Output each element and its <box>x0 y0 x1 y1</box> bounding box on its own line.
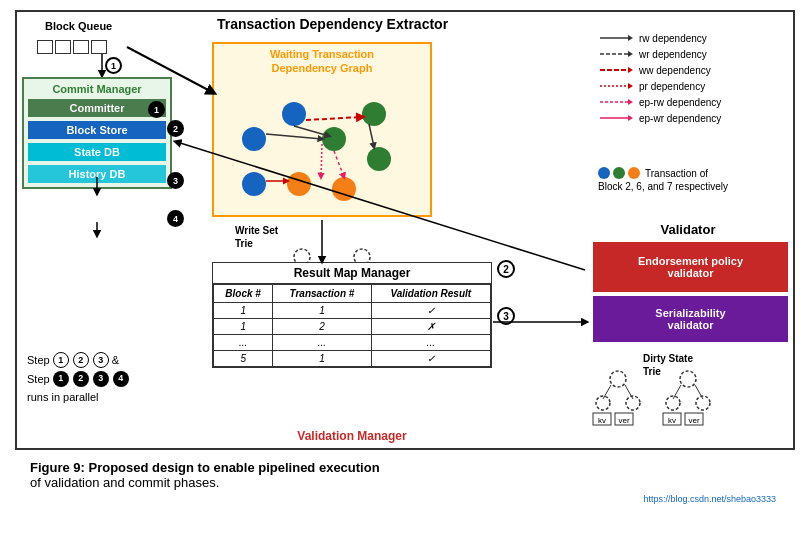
svg-line-12 <box>334 151 344 177</box>
legend-ww: ww dependency <box>598 64 788 76</box>
wtdg-title: Waiting Transaction Dependency Graph <box>214 44 430 79</box>
table-row: ... ... ... <box>214 335 491 351</box>
badge-1-filled: 1 <box>148 101 165 118</box>
svg-point-3 <box>282 102 306 126</box>
bq-box-1 <box>37 40 53 54</box>
commit-manager-label: Commit Manager <box>28 83 166 95</box>
bq-box-4 <box>91 40 107 54</box>
step-badge-2-val: 2 <box>497 260 515 278</box>
svg-marker-41 <box>628 115 633 121</box>
svg-point-8 <box>332 177 356 201</box>
watermark: https://blog.csdn.net/shebao3333 <box>15 494 791 504</box>
bq-box-3 <box>73 40 89 54</box>
svg-marker-33 <box>628 51 633 57</box>
table-row: 1 1 ✓ <box>214 303 491 319</box>
legend-box: rw dependency wr dependency ww dependenc… <box>598 32 788 128</box>
svg-line-15 <box>369 124 374 147</box>
svg-point-42 <box>610 371 626 387</box>
svg-text:kv: kv <box>598 416 606 425</box>
svg-line-11 <box>294 126 329 136</box>
legend-ep-rw: ep-rw dependency <box>598 96 788 108</box>
block-queue-label: Block Queue <box>45 20 112 32</box>
svg-point-6 <box>367 147 391 171</box>
svg-text:ver: ver <box>688 416 699 425</box>
svg-line-13 <box>321 144 322 177</box>
svg-point-4 <box>322 127 346 151</box>
tde-title: Transaction Dependency Extractor <box>217 16 448 32</box>
badge-4-cm: 4 <box>167 210 184 227</box>
step-labels: Step 1 2 3 & Step 1 2 3 4 runs in parall… <box>27 352 130 406</box>
committer-box: Committer <box>28 99 166 117</box>
col-transaction: Transaction # <box>273 285 371 303</box>
block-store-box: Block Store <box>28 121 166 139</box>
svg-point-51 <box>680 371 696 387</box>
legend-rw: rw dependency <box>598 32 788 44</box>
svg-line-53 <box>695 385 703 399</box>
svg-marker-39 <box>628 99 633 105</box>
figure-caption: Figure 9: Proposed design to enable pipe… <box>15 460 791 490</box>
diagram-area: Transaction Dependency Extractor Block Q… <box>15 10 795 450</box>
svg-text:kv: kv <box>668 416 676 425</box>
legend-ep-wr: ep-wr dependency <box>598 112 788 124</box>
svg-line-9 <box>266 134 322 139</box>
block-queue-boxes <box>37 40 107 54</box>
badge-2-cm: 2 <box>167 120 184 137</box>
state-db-box: State DB <box>28 143 166 161</box>
legend-wr: wr dependency <box>598 48 788 60</box>
svg-point-1 <box>242 127 266 151</box>
step-badge-3-val: 3 <box>497 307 515 325</box>
step-badge-1-outline: 1 <box>105 57 122 74</box>
vm-label: Validation Manager <box>212 429 492 443</box>
rmm-table: Block # Transaction # Validation Result … <box>213 284 491 367</box>
col-validation: Validation Result <box>371 285 490 303</box>
svg-marker-37 <box>628 83 633 89</box>
rmm-title: Result Map Manager <box>213 263 491 284</box>
svg-point-7 <box>287 172 311 196</box>
svg-line-44 <box>625 385 633 399</box>
svg-line-10 <box>306 117 362 120</box>
svg-point-5 <box>362 102 386 126</box>
table-row: 5 1 ✓ <box>214 351 491 367</box>
svg-point-2 <box>242 172 266 196</box>
bq-box-2 <box>55 40 71 54</box>
dst-trees: kv ver kv ver <box>588 367 788 447</box>
table-row: 1 2 ✗ <box>214 319 491 335</box>
wtdg-box: Waiting Transaction Dependency Graph <box>212 42 432 217</box>
badge-3-cm: 3 <box>167 172 184 189</box>
serializability-box: Serializability validator <box>593 296 788 342</box>
endorsement-box: Endorsement policy validator <box>593 242 788 292</box>
main-container: Transaction Dependency Extractor Block Q… <box>0 0 806 514</box>
history-db-box: History DB <box>28 165 166 183</box>
rmm-box: Result Map Manager Block # Transaction #… <box>212 262 492 368</box>
wtdg-graph <box>214 84 424 214</box>
svg-text:ver: ver <box>618 416 629 425</box>
svg-marker-31 <box>628 35 633 41</box>
validator-label: Validator <box>593 222 783 237</box>
legend-pr: pr dependency <box>598 80 788 92</box>
transaction-of-label: Transaction of Block 2, 6, and 7 respect… <box>598 167 788 192</box>
col-block: Block # <box>214 285 273 303</box>
commit-manager-box: Commit Manager 1 Committer Block Store S… <box>22 77 172 189</box>
svg-marker-35 <box>628 67 633 73</box>
